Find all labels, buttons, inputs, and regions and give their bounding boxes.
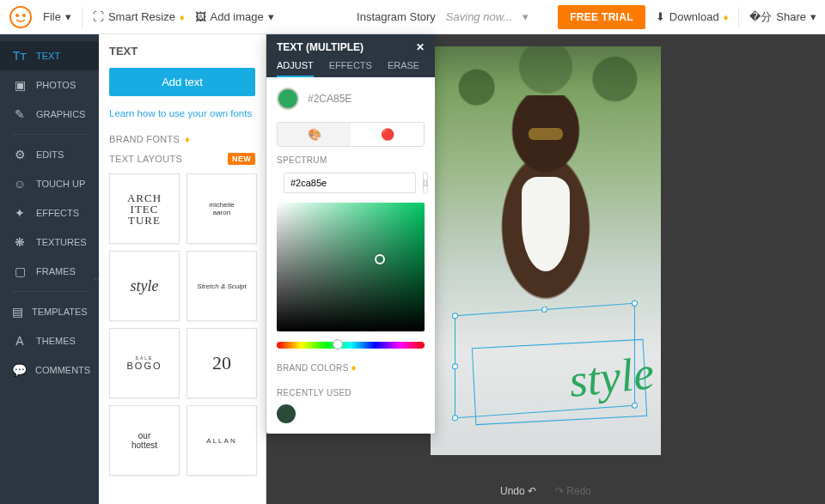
eyedropper-button[interactable]: 𖣐 — [423, 172, 428, 194]
hue-thumb[interactable] — [333, 339, 343, 349]
brand-fonts-label: BRAND FONTS♦ — [109, 134, 255, 144]
hex-input[interactable] — [284, 173, 416, 193]
crown-icon: ♦ — [180, 12, 185, 22]
color-gradient-picker[interactable] — [277, 203, 425, 331]
tab-erase[interactable]: ERASE — [388, 60, 419, 77]
download-icon: ⬇ — [656, 10, 665, 23]
sidebar-item-templates[interactable]: ▤TEMPLATES — [0, 297, 99, 326]
effects-icon: ✦ — [12, 206, 28, 220]
text-element-style[interactable]: style — [566, 346, 657, 408]
gradient-cursor[interactable] — [375, 254, 385, 264]
sidebar-item-effects[interactable]: ✦EFFECTS — [0, 198, 99, 228]
divider — [12, 134, 87, 135]
comments-icon: 💬 — [12, 363, 27, 377]
add-image[interactable]: 🖼Add image▾ — [195, 10, 274, 23]
spectrum-tab[interactable]: 🔴 — [351, 123, 424, 146]
graphics-icon: ✎ — [12, 107, 28, 121]
redo-button[interactable]: ↷ Redo — [555, 485, 591, 497]
palette-tab[interactable]: 🎨 — [278, 123, 351, 146]
frames-icon: ▢ — [12, 264, 28, 278]
divider — [12, 291, 87, 292]
picker-mode-tabs: 🎨 🔴 — [277, 122, 425, 147]
popup-title: TEXT (MULTIPLE) — [277, 41, 364, 53]
text-layouts-label: TEXT LAYOUTSNEW — [109, 153, 255, 165]
canvas[interactable]: style — [431, 46, 661, 455]
share-button[interactable]: �分Share▾ — [749, 9, 816, 25]
sidebar-item-edits[interactable]: ⚙EDITS — [0, 140, 99, 169]
learn-link[interactable]: Learn how to use your own fonts — [109, 108, 255, 118]
color-popup: TEXT (MULTIPLE)✕ ADJUST EFFECTS ERASE #2… — [266, 34, 435, 434]
divider — [738, 7, 739, 27]
themes-icon: A — [12, 334, 28, 348]
sidebar-item-themes[interactable]: ATHEMES — [0, 326, 99, 355]
undo-button[interactable]: Undo ↶ — [500, 485, 536, 497]
layout-card[interactable]: our hottest — [109, 405, 180, 476]
redo-icon: ↷ — [555, 485, 564, 497]
textures-icon: ❋ — [12, 235, 28, 249]
touchup-icon: ☺ — [12, 177, 28, 191]
panel-title: TEXT — [109, 45, 255, 58]
add-text-button[interactable]: Add text — [109, 68, 255, 96]
sidebar-item-text[interactable]: TᴛTEXT — [0, 41, 99, 70]
chevron-down-icon[interactable]: ▾ — [522, 10, 529, 23]
divider — [82, 7, 82, 27]
layout-card[interactable]: 20 — [186, 328, 257, 398]
palette-icon: 🎨 — [308, 128, 321, 141]
download-button[interactable]: ⬇Download♦ — [656, 10, 728, 23]
sidebar: TᴛTEXT ▣PHOTOS ✎GRAPHICS ⚙EDITS ☺TOUCH U… — [0, 34, 99, 504]
sidebar-item-frames[interactable]: ▢FRAMES — [0, 257, 99, 286]
sidebar-item-comments[interactable]: 💬COMMENTS — [0, 355, 99, 385]
spectrum-label: SPECTRUM — [277, 155, 425, 165]
image-icon: 🖼 — [195, 10, 206, 23]
spectrum-icon: 🔴 — [381, 128, 394, 141]
topbar: File▾ ⛶Smart Resize♦ 🖼Add image▾ Instagr… — [0, 0, 825, 34]
hue-slider[interactable] — [277, 342, 425, 349]
text-panel: TEXT Add text Learn how to use your own … — [99, 34, 266, 504]
logo-icon — [9, 5, 33, 29]
brand-colors-label: BRAND COLORS ♦ — [277, 362, 425, 373]
layout-card[interactable]: ARCH ITEC TURE — [109, 173, 180, 244]
layouts-grid: ARCH ITEC TURE michelle aaron style Stre… — [109, 173, 255, 476]
sidebar-item-photos[interactable]: ▣PHOTOS — [0, 70, 99, 100]
sidebar-item-touchup[interactable]: ☺TOUCH UP — [0, 169, 99, 198]
text-icon: Tᴛ — [12, 49, 28, 63]
current-color-swatch[interactable] — [277, 88, 299, 110]
chevron-down-icon: ▾ — [810, 10, 816, 23]
templates-icon: ▤ — [12, 305, 23, 319]
resize-icon: ⛶ — [93, 10, 104, 23]
layout-card[interactable]: Stretch & Sculpt — [186, 251, 257, 321]
current-color-hex: #2CA85E — [308, 93, 351, 105]
file-menu[interactable]: File▾ — [43, 10, 71, 23]
share-icon: �分 — [749, 9, 772, 25]
svg-point-0 — [10, 7, 31, 27]
new-badge: NEW — [228, 153, 255, 165]
edits-icon: ⚙ — [12, 148, 28, 161]
close-icon[interactable]: ✕ — [416, 41, 425, 53]
tab-effects[interactable]: EFFECTS — [329, 60, 372, 77]
photos-icon: ▣ — [12, 78, 28, 92]
chevron-down-icon: ▾ — [65, 10, 71, 23]
chevron-down-icon: ▾ — [268, 10, 274, 23]
free-trial-button[interactable]: FREE TRIAL — [558, 5, 645, 29]
svg-point-1 — [15, 14, 19, 17]
layout-card[interactable]: michelle aaron — [186, 173, 257, 244]
eyedropper-icon: 𖣐 — [424, 178, 427, 188]
undo-icon: ↶ — [528, 485, 536, 497]
sidebar-item-textures[interactable]: ❋TEXTURES — [0, 228, 99, 257]
crown-icon: ♦ — [351, 362, 357, 373]
layout-card[interactable]: SALEBOGO — [109, 328, 180, 398]
tab-adjust[interactable]: ADJUST — [277, 60, 314, 77]
layout-card[interactable]: ALLAN — [186, 405, 257, 476]
sidebar-item-graphics[interactable]: ✎GRAPHICS — [0, 100, 99, 129]
crown-icon: ♦ — [185, 134, 190, 144]
crown-icon: ♦ — [724, 12, 729, 22]
doc-title: Instagram Story — [357, 10, 436, 23]
svg-point-2 — [22, 14, 26, 17]
recent-color-swatch[interactable] — [277, 404, 296, 423]
layout-card[interactable]: style — [109, 251, 180, 321]
saving-status: Saving now... — [446, 10, 512, 23]
smart-resize[interactable]: ⛶Smart Resize♦ — [93, 10, 185, 23]
undo-redo-bar: Undo ↶ ↷ Redo — [500, 485, 591, 497]
recently-used-label: RECENTLY USED — [277, 388, 425, 398]
